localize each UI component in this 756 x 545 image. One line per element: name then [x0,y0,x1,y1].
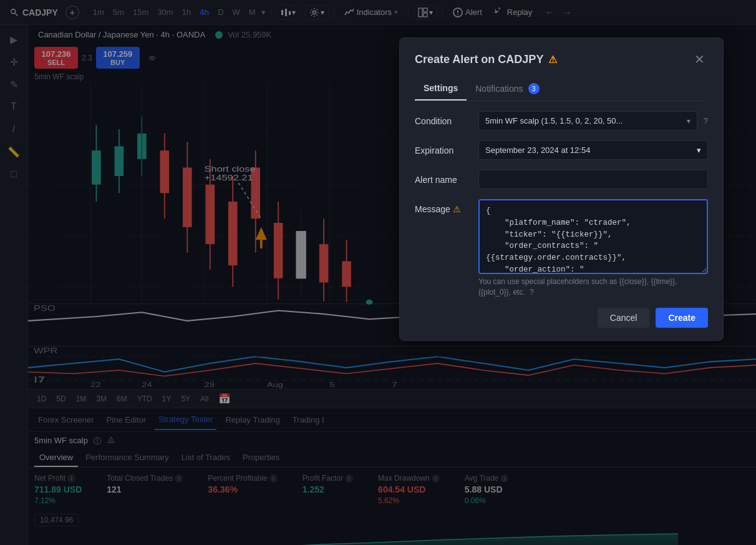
notifications-tab[interactable]: Notifications 3 [467,78,548,101]
condition-label: Condition [415,111,471,126]
condition-value: 5min WF scalp (1.5, 1.5, 0, 2, 20, 50... [485,116,623,125]
create-alert-dialog: Create Alert on CADJPY ⚠ ✕ Settings Noti… [399,37,724,341]
chevron-down-icon: ▾ [687,117,691,125]
expiration-select[interactable]: September 23, 2024 at 12:54 ▾ [478,140,708,160]
message-row: Message ⚠ { "platform_name": "ctrader", … [415,199,708,274]
alert-name-input[interactable] [478,170,708,189]
condition-help-icon[interactable]: ? [704,116,708,125]
cancel-button[interactable]: Cancel [598,308,650,328]
expiration-control: September 23, 2024 at 12:54 ▾ [478,140,708,160]
title-warning-icon: ⚠ [548,54,557,66]
message-warning-icon: ⚠ [453,204,461,214]
dialog-title: Create Alert on CADJPY ⚠ [415,53,557,66]
condition-row: Condition 5min WF scalp (1.5, 1.5, 0, 2,… [415,111,708,130]
condition-select[interactable]: 5min WF scalp (1.5, 1.5, 0, 2, 20, 50...… [478,111,697,130]
dialog-footer: Cancel Create [415,308,708,328]
notifications-badge: 3 [528,83,540,94]
create-button[interactable]: Create [656,308,708,328]
hint-text: You can use special placeholders such as… [478,277,708,298]
dialog-close-button[interactable]: ✕ [691,51,708,68]
expiration-row: Expiration September 23, 2024 at 12:54 ▾ [415,140,708,160]
message-textarea[interactable]: { "platform_name": "ctrader", "ticker": … [478,199,708,274]
alert-name-row: Alert name [415,170,708,189]
condition-control: 5min WF scalp (1.5, 1.5, 0, 2, 20, 50...… [478,111,708,130]
alert-name-control [478,170,708,189]
hint-help-icon[interactable]: ? [530,288,534,297]
dialog-tabs: Settings Notifications 3 [415,78,708,101]
expiry-chevron-icon: ▾ [697,145,701,155]
dialog-header: Create Alert on CADJPY ⚠ ✕ [415,51,708,68]
expiration-label: Expiration [415,140,471,155]
settings-tab[interactable]: Settings [415,78,467,101]
message-label: Message ⚠ [415,199,471,214]
expiration-value: September 23, 2024 at 12:54 [485,145,590,155]
alert-name-label: Alert name [415,170,471,185]
